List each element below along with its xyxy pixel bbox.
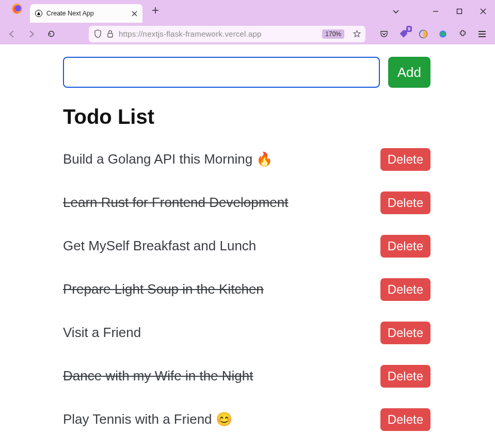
add-button[interactable]: Add	[388, 57, 430, 88]
todo-text[interactable]: Build a Golang API this Morning 🔥	[63, 151, 370, 167]
svg-point-1	[15, 5, 21, 11]
extensions-icon[interactable]	[456, 27, 469, 41]
tab-close-button[interactable]	[130, 9, 138, 18]
menu-button[interactable]	[475, 27, 489, 41]
todo-list: Build a Golang API this Morning 🔥DeleteL…	[63, 148, 430, 431]
add-todo-form: Add	[63, 57, 430, 88]
tab-title: Create Next App	[46, 10, 94, 17]
toolbar-right: 9	[377, 27, 492, 41]
todo-item: Dance with my Wife in the NightDelete	[63, 365, 430, 388]
browser-tab[interactable]: Create Next App	[30, 4, 142, 23]
extension-tag-icon[interactable]: 9	[397, 27, 410, 41]
page-viewport: Add Todo List Build a Golang API this Mo…	[0, 44, 495, 448]
window-maximize-button[interactable]	[448, 0, 471, 23]
nav-reload-button[interactable]	[42, 25, 60, 43]
url-bar[interactable]: https://nextjs-flask-framework.vercel.ap…	[89, 26, 365, 42]
delete-button[interactable]: Delete	[380, 235, 430, 258]
zoom-badge[interactable]: 170%	[322, 29, 344, 39]
svg-rect-4	[108, 34, 113, 37]
todo-item: Get MySelf Breakfast and LunchDelete	[63, 235, 430, 258]
titlebar-right	[384, 0, 495, 23]
url-text: https://nextjs-flask-framework.vercel.ap…	[119, 29, 262, 38]
svg-marker-2	[37, 12, 40, 15]
delete-button[interactable]: Delete	[380, 148, 430, 171]
todo-input[interactable]	[63, 57, 380, 88]
new-tab-button[interactable]	[148, 3, 163, 18]
notification-badge: 9	[406, 26, 412, 32]
pocket-icon[interactable]	[377, 27, 391, 41]
todo-item: Learn Rust for Frontend DevelopmentDelet…	[63, 191, 430, 214]
extension-circle-icon[interactable]	[417, 27, 430, 41]
svg-point-6	[439, 30, 446, 38]
delete-button[interactable]: Delete	[380, 408, 430, 431]
todo-text[interactable]: Visit a Friend	[63, 325, 370, 341]
bookmark-star-icon[interactable]	[353, 26, 361, 42]
todo-item: Build a Golang API this Morning 🔥Delete	[63, 148, 430, 171]
svg-rect-3	[457, 9, 462, 14]
page-title: Todo List	[63, 105, 430, 129]
app-container: Add Todo List Build a Golang API this Mo…	[63, 57, 430, 431]
todo-text[interactable]: Learn Rust for Frontend Development	[63, 195, 370, 211]
nav-back-button[interactable]	[3, 25, 21, 43]
firefox-icon	[11, 3, 23, 14]
delete-button[interactable]: Delete	[380, 365, 430, 388]
todo-text[interactable]: Prepare Light Soup in the Kitchen	[63, 281, 370, 297]
todo-item: Prepare Light Soup in the KitchenDelete	[63, 278, 430, 301]
delete-button[interactable]: Delete	[380, 191, 430, 214]
todo-text[interactable]: Dance with my Wife in the Night	[63, 368, 370, 384]
delete-button[interactable]: Delete	[380, 278, 430, 301]
extension-globe-icon[interactable]	[436, 27, 450, 41]
nav-forward-button[interactable]	[23, 25, 40, 43]
window-close-button[interactable]	[471, 0, 495, 23]
todo-text[interactable]: Play Tennis with a Friend 😊	[63, 411, 370, 427]
todo-item: Visit a FriendDelete	[63, 322, 430, 344]
todo-text[interactable]: Get MySelf Breakfast and Lunch	[63, 238, 370, 254]
window-minimize-button[interactable]	[424, 0, 448, 23]
lock-icon	[107, 26, 114, 42]
shield-icon	[94, 26, 102, 42]
tab-favicon-icon	[35, 10, 42, 17]
titlebar-left: Create Next App	[0, 0, 163, 23]
delete-button[interactable]: Delete	[380, 322, 430, 344]
tabs-dropdown-button[interactable]	[384, 0, 408, 23]
todo-item: Play Tennis with a Friend 😊Delete	[63, 408, 430, 431]
browser-toolbar: https://nextjs-flask-framework.vercel.ap…	[0, 23, 495, 44]
window-titlebar: Create Next App	[0, 0, 495, 23]
